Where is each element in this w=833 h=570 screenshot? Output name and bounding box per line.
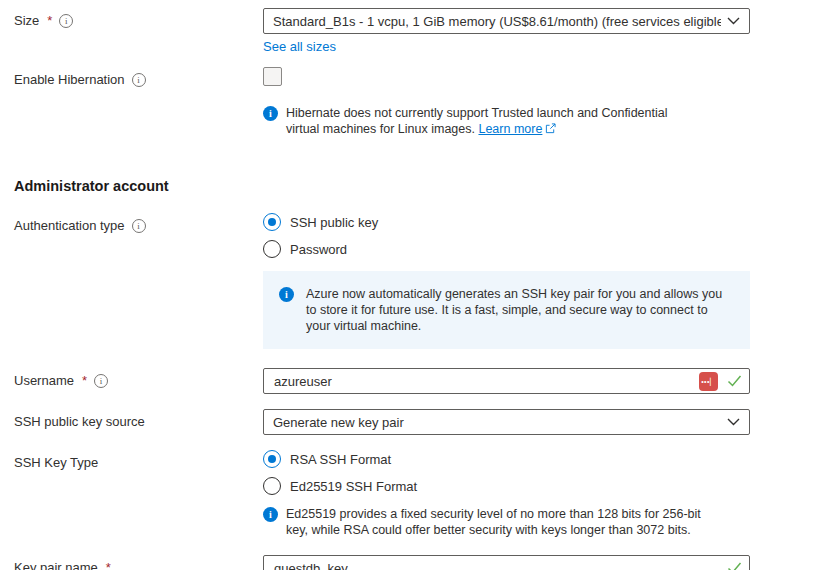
see-all-sizes-link[interactable]: See all sizes <box>263 39 336 54</box>
size-dropdown-value: Standard_B1s - 1 vcpu, 1 GiB memory (US$… <box>273 14 721 29</box>
keypair-field-wrap <box>263 555 750 570</box>
hibernation-label-group: Enable Hibernation <box>0 67 263 87</box>
keypair-label: Key pair name <box>14 560 98 570</box>
keypair-control <box>263 555 750 570</box>
hibernate-note-wrap: Hibernate does not currently support Tru… <box>263 105 750 138</box>
ed25519-note-wrap: Ed25519 provides a fixed security level … <box>263 506 750 538</box>
radio-rsa-format[interactable]: RSA SSH Format <box>263 450 750 468</box>
info-icon <box>263 106 278 121</box>
hibernate-note-body: Hibernate does not currently support Tru… <box>286 106 667 136</box>
auth-type-label-group: Authentication type <box>0 213 263 233</box>
key-source-dropdown[interactable]: Generate new key pair <box>263 409 750 435</box>
info-icon <box>279 287 294 302</box>
keypair-input[interactable] <box>263 555 750 570</box>
username-label: Username <box>14 373 74 388</box>
size-control: Standard_B1s - 1 vcpu, 1 GiB memory (US$… <box>263 8 750 54</box>
username-control <box>263 368 750 394</box>
size-dropdown[interactable]: Standard_B1s - 1 vcpu, 1 GiB memory (US$… <box>263 8 750 34</box>
auth-type-options: SSH public key Password <box>263 213 750 258</box>
radio-label: Ed25519 SSH Format <box>290 479 417 494</box>
ssh-note-wrap: Azure now automatically generates an SSH… <box>263 271 750 349</box>
username-row: Username* <box>0 368 833 394</box>
size-label-group: Size* <box>0 8 263 28</box>
spacer <box>0 105 263 110</box>
ed25519-note-text: Ed25519 provides a fixed security level … <box>286 506 726 538</box>
radio-label: Password <box>290 242 347 257</box>
required-marker: * <box>82 373 87 388</box>
auth-type-label: Authentication type <box>14 218 125 233</box>
key-type-label-group: SSH Key Type <box>0 450 263 470</box>
auth-type-row: Authentication type SSH public key Passw… <box>0 213 833 258</box>
key-source-label: SSH public key source <box>14 414 145 429</box>
hibernation-row: Enable Hibernation <box>0 67 833 87</box>
hibernate-note-text: Hibernate does not currently support Tru… <box>286 105 701 138</box>
radio-ssh-public-key[interactable]: SSH public key <box>263 213 750 231</box>
chevron-down-icon <box>727 17 740 25</box>
info-icon <box>263 507 278 522</box>
key-source-dropdown-value: Generate new key pair <box>273 415 721 430</box>
radio-unselected-icon <box>263 240 281 258</box>
required-marker: * <box>47 13 52 28</box>
username-field-wrap <box>263 368 750 394</box>
key-type-options: RSA SSH Format Ed25519 SSH Format <box>263 450 750 495</box>
key-type-row: SSH Key Type RSA SSH Format Ed25519 SSH … <box>0 450 833 495</box>
radio-ed25519-format[interactable]: Ed25519 SSH Format <box>263 477 750 495</box>
vm-create-form: Size* Standard_B1s - 1 vcpu, 1 GiB memor… <box>0 0 833 570</box>
keypair-field-icons <box>727 555 742 570</box>
hibernation-info-icon[interactable] <box>132 73 146 87</box>
hibernation-checkbox[interactable] <box>263 67 282 86</box>
password-manager-icon[interactable] <box>699 372 718 391</box>
ssh-note-row: Azure now automatically generates an SSH… <box>0 271 833 349</box>
size-info-icon[interactable] <box>59 14 73 28</box>
ed25519-note-row: Ed25519 provides a fixed security level … <box>0 506 833 538</box>
keypair-row: Key pair name* <box>0 555 833 570</box>
learn-more-link[interactable]: Learn more <box>478 122 542 136</box>
username-label-group: Username* <box>0 368 263 388</box>
hibernation-label: Enable Hibernation <box>14 72 125 87</box>
hibernation-control <box>263 67 750 86</box>
size-row: Size* Standard_B1s - 1 vcpu, 1 GiB memor… <box>0 8 833 54</box>
auth-type-info-icon[interactable] <box>132 219 146 233</box>
radio-label: RSA SSH Format <box>290 452 391 467</box>
key-source-control: Generate new key pair <box>263 409 750 435</box>
username-input[interactable] <box>263 368 750 394</box>
key-source-label-group: SSH public key source <box>0 409 263 429</box>
required-marker: * <box>106 560 111 570</box>
key-source-row: SSH public key source Generate new key p… <box>0 409 833 435</box>
ssh-keypair-infobox: Azure now automatically generates an SSH… <box>263 271 750 349</box>
size-label: Size <box>14 13 39 28</box>
radio-unselected-icon <box>263 477 281 495</box>
hibernate-note: Hibernate does not currently support Tru… <box>263 105 750 138</box>
username-info-icon[interactable] <box>94 374 108 388</box>
keypair-label-group: Key pair name* <box>0 555 263 570</box>
radio-password[interactable]: Password <box>263 240 750 258</box>
radio-selected-icon <box>263 213 281 231</box>
spacer <box>0 506 263 511</box>
external-link-icon <box>545 122 556 138</box>
see-all-sizes-row: See all sizes <box>263 39 750 54</box>
ssh-note-text: Azure now automatically generates an SSH… <box>306 286 726 334</box>
key-type-label: SSH Key Type <box>14 455 98 470</box>
valid-checkmark-icon <box>727 375 742 387</box>
chevron-down-icon <box>727 418 740 426</box>
admin-account-heading: Administrator account <box>0 178 833 194</box>
radio-label: SSH public key <box>290 215 378 230</box>
radio-selected-icon <box>263 450 281 468</box>
hibernate-note-row: Hibernate does not currently support Tru… <box>0 105 833 138</box>
ed25519-note: Ed25519 provides a fixed security level … <box>263 506 750 538</box>
valid-checkmark-icon <box>727 562 742 570</box>
spacer <box>0 271 263 276</box>
username-field-icons <box>699 368 742 394</box>
